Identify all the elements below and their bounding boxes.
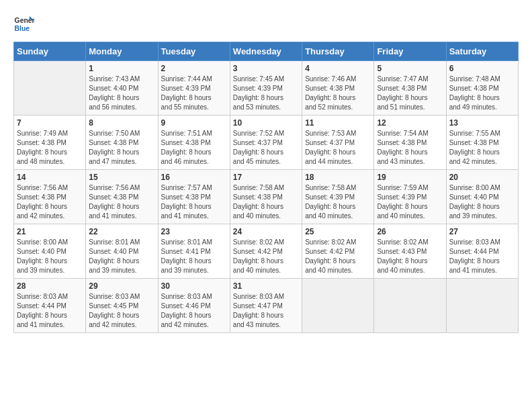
header-tuesday: Tuesday bbox=[158, 42, 230, 61]
day-info: Sunrise: 7:43 AM Sunset: 4:40 PM Dayligh… bbox=[89, 75, 154, 112]
day-number: 24 bbox=[233, 227, 299, 236]
day-number: 9 bbox=[161, 118, 227, 128]
day-cell: 12Sunrise: 7:54 AM Sunset: 4:38 PM Dayli… bbox=[374, 116, 446, 170]
week-row-4: 28Sunrise: 8:03 AM Sunset: 4:44 PM Dayli… bbox=[14, 279, 519, 333]
day-info: Sunrise: 7:48 AM Sunset: 4:38 PM Dayligh… bbox=[449, 75, 515, 112]
header-saturday: Saturday bbox=[446, 42, 518, 61]
day-cell: 23Sunrise: 8:01 AM Sunset: 4:41 PM Dayli… bbox=[158, 224, 230, 279]
header-row: SundayMondayTuesdayWednesdayThursdayFrid… bbox=[14, 42, 519, 61]
day-number: 7 bbox=[17, 118, 83, 128]
day-cell: 20Sunrise: 8:00 AM Sunset: 4:40 PM Dayli… bbox=[446, 170, 518, 224]
week-row-3: 21Sunrise: 8:00 AM Sunset: 4:40 PM Dayli… bbox=[14, 224, 519, 279]
day-cell: 8Sunrise: 7:50 AM Sunset: 4:38 PM Daylig… bbox=[86, 116, 158, 170]
header-wednesday: Wednesday bbox=[230, 42, 302, 61]
day-info: Sunrise: 8:01 AM Sunset: 4:40 PM Dayligh… bbox=[89, 238, 154, 275]
day-cell: 28Sunrise: 8:03 AM Sunset: 4:44 PM Dayli… bbox=[14, 279, 86, 333]
week-row-0: 1Sunrise: 7:43 AM Sunset: 4:40 PM Daylig… bbox=[14, 61, 519, 116]
day-cell: 11Sunrise: 7:53 AM Sunset: 4:37 PM Dayli… bbox=[302, 116, 374, 170]
day-info: Sunrise: 7:57 AM Sunset: 4:38 PM Dayligh… bbox=[161, 183, 227, 221]
day-number: 4 bbox=[305, 64, 371, 73]
day-cell: 31Sunrise: 8:03 AM Sunset: 4:47 PM Dayli… bbox=[230, 279, 302, 333]
day-cell: 13Sunrise: 7:55 AM Sunset: 4:38 PM Dayli… bbox=[446, 116, 518, 170]
week-row-1: 7Sunrise: 7:49 AM Sunset: 4:38 PM Daylig… bbox=[14, 116, 519, 170]
day-cell: 30Sunrise: 8:03 AM Sunset: 4:46 PM Dayli… bbox=[158, 279, 230, 333]
header-friday: Friday bbox=[374, 42, 446, 61]
day-cell: 26Sunrise: 8:02 AM Sunset: 4:43 PM Dayli… bbox=[374, 224, 446, 279]
svg-text:General: General bbox=[15, 17, 35, 24]
day-number: 22 bbox=[89, 227, 154, 236]
day-cell: 5Sunrise: 7:47 AM Sunset: 4:38 PM Daylig… bbox=[374, 61, 446, 116]
day-info: Sunrise: 7:50 AM Sunset: 4:38 PM Dayligh… bbox=[89, 129, 154, 167]
header-sunday: Sunday bbox=[14, 42, 86, 61]
day-info: Sunrise: 8:01 AM Sunset: 4:41 PM Dayligh… bbox=[161, 238, 227, 275]
day-info: Sunrise: 7:59 AM Sunset: 4:39 PM Dayligh… bbox=[377, 183, 443, 221]
day-number: 1 bbox=[89, 64, 154, 73]
day-number: 8 bbox=[89, 118, 154, 128]
day-info: Sunrise: 7:55 AM Sunset: 4:38 PM Dayligh… bbox=[449, 129, 515, 167]
day-info: Sunrise: 7:47 AM Sunset: 4:38 PM Dayligh… bbox=[377, 75, 443, 112]
day-info: Sunrise: 8:02 AM Sunset: 4:43 PM Dayligh… bbox=[377, 238, 443, 275]
day-number: 20 bbox=[449, 173, 515, 182]
day-number: 19 bbox=[377, 173, 443, 182]
day-info: Sunrise: 7:45 AM Sunset: 4:39 PM Dayligh… bbox=[233, 75, 299, 112]
day-cell: 14Sunrise: 7:56 AM Sunset: 4:38 PM Dayli… bbox=[14, 170, 86, 224]
day-info: Sunrise: 8:00 AM Sunset: 4:40 PM Dayligh… bbox=[449, 183, 515, 221]
header-thursday: Thursday bbox=[302, 42, 374, 61]
day-number: 30 bbox=[161, 281, 227, 291]
day-number: 29 bbox=[89, 281, 154, 291]
day-info: Sunrise: 8:02 AM Sunset: 4:42 PM Dayligh… bbox=[305, 238, 371, 275]
calendar-body: 1Sunrise: 7:43 AM Sunset: 4:40 PM Daylig… bbox=[14, 61, 519, 333]
day-info: Sunrise: 7:44 AM Sunset: 4:39 PM Dayligh… bbox=[161, 75, 227, 112]
day-cell: 17Sunrise: 7:58 AM Sunset: 4:38 PM Dayli… bbox=[230, 170, 302, 224]
day-info: Sunrise: 7:49 AM Sunset: 4:38 PM Dayligh… bbox=[17, 129, 83, 167]
day-cell: 18Sunrise: 7:58 AM Sunset: 4:39 PM Dayli… bbox=[302, 170, 374, 224]
calendar-header: SundayMondayTuesdayWednesdayThursdayFrid… bbox=[14, 42, 519, 61]
day-cell: 19Sunrise: 7:59 AM Sunset: 4:39 PM Dayli… bbox=[374, 170, 446, 224]
day-cell: 3Sunrise: 7:45 AM Sunset: 4:39 PM Daylig… bbox=[230, 61, 302, 116]
day-info: Sunrise: 8:00 AM Sunset: 4:40 PM Dayligh… bbox=[17, 238, 83, 275]
day-cell: 22Sunrise: 8:01 AM Sunset: 4:40 PM Dayli… bbox=[86, 224, 158, 279]
day-info: Sunrise: 8:03 AM Sunset: 4:45 PM Dayligh… bbox=[89, 292, 154, 330]
day-cell: 27Sunrise: 8:03 AM Sunset: 4:44 PM Dayli… bbox=[446, 224, 518, 279]
day-cell: 7Sunrise: 7:49 AM Sunset: 4:38 PM Daylig… bbox=[14, 116, 86, 170]
day-info: Sunrise: 8:03 AM Sunset: 4:44 PM Dayligh… bbox=[17, 292, 83, 330]
logo-icon: General Blue bbox=[13, 13, 35, 35]
day-info: Sunrise: 8:03 AM Sunset: 4:47 PM Dayligh… bbox=[233, 292, 299, 330]
day-number: 26 bbox=[377, 227, 443, 236]
day-info: Sunrise: 7:51 AM Sunset: 4:38 PM Dayligh… bbox=[161, 129, 227, 167]
logo: General Blue bbox=[13, 13, 35, 35]
day-cell: 2Sunrise: 7:44 AM Sunset: 4:39 PM Daylig… bbox=[158, 61, 230, 116]
week-row-2: 14Sunrise: 7:56 AM Sunset: 4:38 PM Dayli… bbox=[14, 170, 519, 224]
day-number: 14 bbox=[17, 173, 83, 182]
day-info: Sunrise: 7:54 AM Sunset: 4:38 PM Dayligh… bbox=[377, 129, 443, 167]
day-info: Sunrise: 7:58 AM Sunset: 4:38 PM Dayligh… bbox=[233, 183, 299, 221]
day-cell: 16Sunrise: 7:57 AM Sunset: 4:38 PM Dayli… bbox=[158, 170, 230, 224]
calendar-table: SundayMondayTuesdayWednesdayThursdayFrid… bbox=[13, 42, 519, 333]
day-cell: 9Sunrise: 7:51 AM Sunset: 4:38 PM Daylig… bbox=[158, 116, 230, 170]
day-cell: 1Sunrise: 7:43 AM Sunset: 4:40 PM Daylig… bbox=[86, 61, 158, 116]
day-info: Sunrise: 8:03 AM Sunset: 4:46 PM Dayligh… bbox=[161, 292, 227, 330]
day-cell: 6Sunrise: 7:48 AM Sunset: 4:38 PM Daylig… bbox=[446, 61, 518, 116]
day-cell bbox=[302, 279, 374, 333]
day-info: Sunrise: 8:02 AM Sunset: 4:42 PM Dayligh… bbox=[233, 238, 299, 275]
day-number: 17 bbox=[233, 173, 299, 182]
day-info: Sunrise: 7:46 AM Sunset: 4:38 PM Dayligh… bbox=[305, 75, 371, 112]
day-number: 15 bbox=[89, 173, 154, 182]
day-info: Sunrise: 8:03 AM Sunset: 4:44 PM Dayligh… bbox=[449, 238, 515, 275]
day-cell: 21Sunrise: 8:00 AM Sunset: 4:40 PM Dayli… bbox=[14, 224, 86, 279]
day-info: Sunrise: 7:56 AM Sunset: 4:38 PM Dayligh… bbox=[17, 183, 83, 221]
day-number: 12 bbox=[377, 118, 443, 128]
day-number: 23 bbox=[161, 227, 227, 236]
day-cell bbox=[374, 279, 446, 333]
day-number: 13 bbox=[449, 118, 515, 128]
day-number: 31 bbox=[233, 281, 299, 291]
day-cell: 24Sunrise: 8:02 AM Sunset: 4:42 PM Dayli… bbox=[230, 224, 302, 279]
day-number: 25 bbox=[305, 227, 371, 236]
day-info: Sunrise: 7:53 AM Sunset: 4:37 PM Dayligh… bbox=[305, 129, 371, 167]
svg-text:Blue: Blue bbox=[15, 25, 30, 32]
day-number: 11 bbox=[305, 118, 371, 128]
day-cell: 29Sunrise: 8:03 AM Sunset: 4:45 PM Dayli… bbox=[86, 279, 158, 333]
day-cell bbox=[14, 61, 86, 116]
page-header: General Blue bbox=[13, 13, 519, 35]
day-number: 2 bbox=[161, 64, 227, 73]
